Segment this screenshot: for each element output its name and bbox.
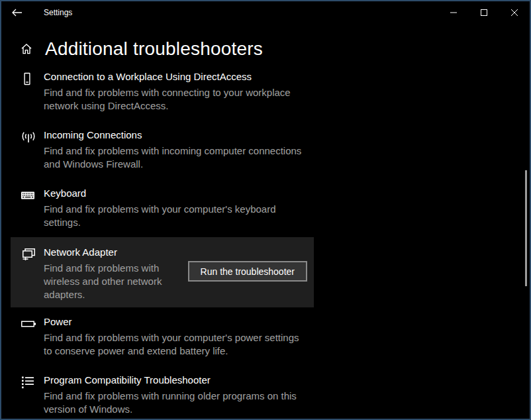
troubleshooter-name: Power — [44, 315, 314, 328]
titlebar: Settings — [1, 1, 530, 24]
maximize-icon — [481, 9, 487, 16]
minimize-button[interactable] — [438, 1, 469, 24]
wireless-signal-icon — [20, 129, 44, 171]
window-controls — [438, 1, 530, 24]
minimize-icon — [450, 9, 457, 16]
back-arrow-icon — [12, 9, 23, 17]
troubleshooter-item[interactable]: Program Compatibility Troubleshooter Fin… — [20, 366, 314, 420]
network-adapter-icon — [20, 246, 44, 301]
maximize-button[interactable] — [469, 1, 499, 24]
troubleshooter-description: Find and fix problems with your computer… — [44, 331, 310, 358]
troubleshooter-name: Network Adapter — [44, 246, 188, 258]
troubleshooter-description: Find and fix problems with running older… — [44, 390, 310, 416]
scrollbar-thumb[interactable] — [525, 170, 527, 286]
troubleshooter-description: Find and fix problems with connecting to… — [44, 86, 310, 113]
troubleshooter-item[interactable]: Connection to a Workplace Using DirectAc… — [20, 62, 314, 121]
page-header: Additional troubleshooters — [20, 38, 530, 60]
settings-window: Settings Additional — [0, 0, 531, 420]
troubleshooter-item[interactable]: Network Adapter Find and fix problems wi… — [11, 237, 314, 307]
directaccess-phone-icon — [20, 70, 44, 113]
compatibility-list-icon — [20, 374, 44, 416]
troubleshooter-item[interactable]: Incoming Connections Find and fix proble… — [20, 121, 314, 179]
run-troubleshooter-button[interactable]: Run the troubleshooter — [188, 261, 307, 282]
troubleshooter-name: Program Compatibility Troubleshooter — [44, 374, 314, 386]
close-icon — [511, 9, 518, 16]
back-button[interactable] — [1, 1, 33, 24]
troubleshooter-list: Connection to a Workplace Using DirectAc… — [20, 62, 314, 420]
troubleshooter-name: Keyboard — [44, 187, 314, 199]
window-title: Settings — [44, 8, 72, 17]
troubleshooter-item[interactable]: Power Find and fix problems with your co… — [20, 307, 314, 366]
troubleshooter-name: Connection to a Workplace Using DirectAc… — [44, 70, 314, 83]
troubleshooter-description: Find and fix problems with wireless and … — [44, 262, 188, 301]
close-button[interactable] — [499, 1, 530, 24]
home-icon[interactable] — [20, 42, 33, 56]
battery-icon — [20, 315, 44, 358]
troubleshooter-item[interactable]: Keyboard Find and fix problems with your… — [20, 179, 314, 237]
troubleshooter-name: Incoming Connections — [44, 129, 314, 141]
page-content: Additional troubleshooters Connection to… — [1, 24, 530, 420]
troubleshooter-description: Find and fix problems with incoming comp… — [44, 144, 310, 171]
keyboard-icon — [20, 187, 44, 229]
page-title: Additional troubleshooters — [45, 38, 263, 60]
troubleshooter-description: Find and fix problems with your computer… — [44, 203, 310, 229]
